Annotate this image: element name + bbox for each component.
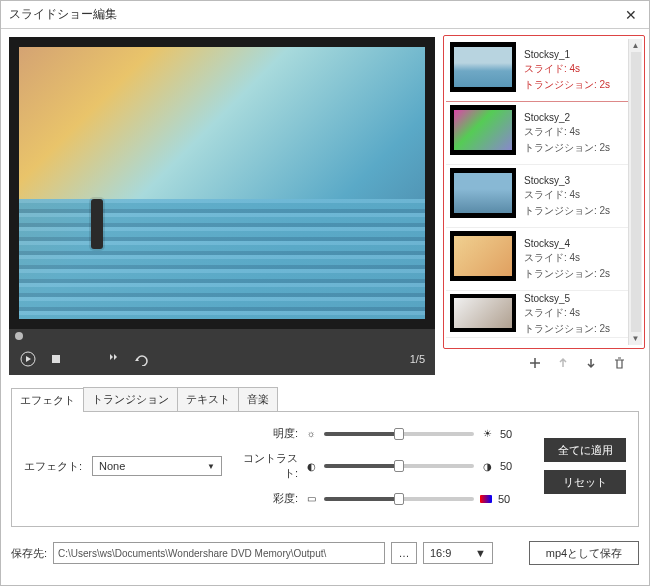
move-down-button[interactable] (583, 355, 599, 371)
dest-label: 保存先: (11, 546, 47, 561)
saturation-label: 彩度: (240, 491, 298, 506)
tab-body: エフェクト: None ▼ 明度: ☼ ☀ 50 コントラスト: ◐ (11, 412, 639, 527)
aspect-ratio-value: 16:9 (430, 547, 451, 559)
tab-music[interactable]: 音楽 (238, 387, 278, 411)
brightness-slider[interactable] (324, 432, 474, 436)
delete-button[interactable] (611, 355, 627, 371)
scrollbar[interactable]: ▲ ▼ (628, 39, 642, 345)
slide-transition: トランジション: 2s (524, 204, 610, 218)
bottom-bar: 保存先: C:\Users\ws\Documents\Wondershare D… (1, 533, 649, 573)
aspect-ratio-dropdown[interactable]: 16:9 ▼ (423, 542, 493, 564)
effect-row: エフェクト: None ▼ 明度: ☼ ☀ 50 コントラスト: ◐ (24, 426, 626, 506)
saturation-value: 50 (498, 493, 518, 505)
tab-transition[interactable]: トランジション (83, 387, 178, 411)
apply-all-button[interactable]: 全てに適用 (544, 438, 626, 462)
slide-name: Stocksy_1 (524, 49, 610, 60)
preview-viewport (9, 37, 435, 329)
slide-item[interactable]: Stocksy_5 スライド: 4s トランジション: 2s (446, 291, 628, 338)
play-button[interactable] (19, 350, 37, 368)
scrubber[interactable] (9, 329, 435, 343)
slide-list: Stocksy_1 スライド: 4s トランジション: 2s Stocksy_2… (446, 39, 628, 345)
slide-thumbnail (450, 231, 516, 281)
slide-item[interactable]: Stocksy_2 スライド: 4s トランジション: 2s (446, 102, 628, 165)
saturation-row: 彩度: ▭ 50 (240, 491, 522, 506)
slide-item[interactable]: Stocksy_3 スライド: 4s トランジション: 2s (446, 165, 628, 228)
effect-value: None (99, 460, 125, 472)
browse-button[interactable]: … (391, 542, 417, 564)
contrast-value: 50 (500, 460, 520, 472)
slide-thumbnail (450, 294, 516, 332)
add-slide-button[interactable] (527, 355, 543, 371)
slide-duration: スライド: 4s (524, 188, 610, 202)
slide-meta: Stocksy_3 スライド: 4s トランジション: 2s (524, 168, 610, 224)
slide-counter: 1/5 (410, 353, 425, 365)
slide-list-highlight: Stocksy_1 スライド: 4s トランジション: 2s Stocksy_2… (443, 35, 645, 349)
player-controls: 1/5 (9, 343, 435, 375)
slide-thumbnail (450, 42, 516, 92)
sliders: 明度: ☼ ☀ 50 コントラスト: ◐ ◑ 50 彩度: (240, 426, 522, 506)
contrast-low-icon: ◐ (304, 459, 318, 473)
brightness-low-icon: ☼ (304, 427, 318, 441)
titlebar: スライドショー編集 ✕ (1, 1, 649, 29)
slide-meta: Stocksy_5 スライド: 4s トランジション: 2s (524, 294, 610, 334)
effect-label: エフェクト: (24, 459, 84, 474)
scroll-up-icon[interactable]: ▲ (632, 39, 640, 52)
window: スライドショー編集 ✕ (0, 0, 650, 586)
tab-section: エフェクト トランジション テキスト 音楽 エフェクト: None ▼ 明度: … (1, 381, 649, 533)
slide-meta: Stocksy_2 スライド: 4s トランジション: 2s (524, 105, 610, 161)
slide-name: Stocksy_4 (524, 238, 610, 249)
slide-panel: Stocksy_1 スライド: 4s トランジション: 2s Stocksy_2… (443, 29, 649, 381)
tab-effect[interactable]: エフェクト (11, 388, 84, 412)
contrast-row: コントラスト: ◐ ◑ 50 (240, 451, 522, 481)
slide-thumbnail (450, 168, 516, 218)
reset-button[interactable]: リセット (544, 470, 626, 494)
saturation-slider[interactable] (324, 497, 474, 501)
brightness-value: 50 (500, 428, 520, 440)
slide-meta: Stocksy_1 スライド: 4s トランジション: 2s (524, 42, 610, 98)
output-path-input[interactable]: C:\Users\ws\Documents\Wondershare DVD Me… (53, 542, 385, 564)
effect-buttons: 全てに適用 リセット (544, 438, 626, 494)
effect-dropdown[interactable]: None ▼ (92, 456, 222, 476)
window-title: スライドショー編集 (9, 6, 621, 23)
slide-actions (443, 349, 645, 375)
slide-item[interactable]: Stocksy_4 スライド: 4s トランジション: 2s (446, 228, 628, 291)
svg-rect-1 (52, 355, 60, 363)
slide-name: Stocksy_3 (524, 175, 610, 186)
brightness-row: 明度: ☼ ☀ 50 (240, 426, 522, 441)
slide-duration: スライド: 4s (524, 251, 610, 265)
contrast-high-icon: ◑ (480, 459, 494, 473)
slide-transition: トランジション: 2s (524, 322, 610, 336)
slide-name: Stocksy_5 (524, 293, 610, 304)
slide-duration: スライド: 4s (524, 125, 610, 139)
slide-meta: Stocksy_4 スライド: 4s トランジション: 2s (524, 231, 610, 287)
chevron-down-icon: ▼ (475, 547, 486, 559)
rotate-left-icon[interactable] (105, 350, 123, 368)
slide-transition: トランジション: 2s (524, 267, 610, 281)
saturation-high-icon (480, 495, 492, 503)
slide-thumbnail (450, 105, 516, 155)
rotate-right-icon[interactable] (133, 350, 151, 368)
slide-transition: トランジション: 2s (524, 141, 610, 155)
stop-button[interactable] (47, 350, 65, 368)
save-mp4-button[interactable]: mp4として保存 (529, 541, 639, 565)
slide-duration: スライド: 4s (524, 62, 610, 76)
brightness-high-icon: ☀ (480, 427, 494, 441)
scroll-down-icon[interactable]: ▼ (632, 332, 640, 345)
chevron-down-icon: ▼ (207, 462, 215, 471)
tabs: エフェクト トランジション テキスト 音楽 (11, 387, 639, 412)
move-up-button[interactable] (555, 355, 571, 371)
upper-area: 1/5 Stocksy_1 スライド: 4s トランジション: 2s (1, 29, 649, 381)
slide-item[interactable]: Stocksy_1 スライド: 4s トランジション: 2s (446, 39, 628, 102)
saturation-low-icon: ▭ (304, 492, 318, 506)
tab-text[interactable]: テキスト (177, 387, 239, 411)
slide-name: Stocksy_2 (524, 112, 610, 123)
contrast-slider[interactable] (324, 464, 474, 468)
preview-area: 1/5 (1, 29, 443, 381)
slide-duration: スライド: 4s (524, 306, 610, 320)
slide-transition: トランジション: 2s (524, 78, 610, 92)
preview-image (19, 47, 425, 319)
contrast-label: コントラスト: (240, 451, 298, 481)
close-icon[interactable]: ✕ (621, 5, 641, 25)
brightness-label: 明度: (240, 426, 298, 441)
